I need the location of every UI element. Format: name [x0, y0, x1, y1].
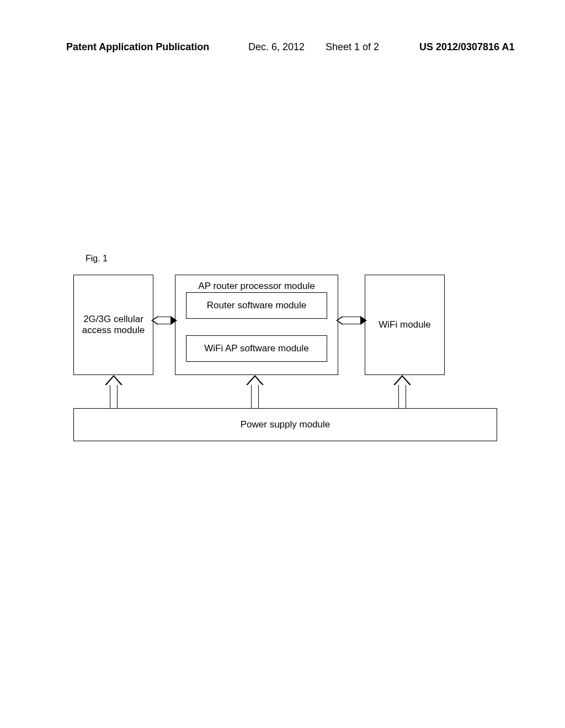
arrow-power-to-cellular-icon [106, 376, 121, 408]
power-supply-label: Power supply module [241, 419, 331, 430]
router-software-module-box: Router software module [186, 292, 327, 319]
arrow-power-to-aprouter-icon [248, 376, 262, 408]
cellular-access-module-box: 2G/3G cellular access module [73, 275, 153, 375]
router-software-label: Router software module [207, 300, 306, 311]
arrow-power-to-wifi-icon [395, 376, 409, 408]
ap-router-title: AP router processor module [175, 281, 338, 292]
publication-type: Patent Application Publication [66, 41, 209, 53]
document-number: US 2012/0307816 A1 [419, 41, 514, 53]
wifi-module-label: WiFi module [379, 319, 430, 330]
wifi-ap-software-module-box: WiFi AP software module [186, 335, 327, 362]
arrow-cellular-aprouter-icon [152, 317, 176, 323]
publication-date: Dec. 6, 2012 [248, 41, 305, 53]
sheet-indicator: Sheet 1 of 2 [326, 41, 379, 53]
cellular-access-module-label: 2G/3G cellular access module [77, 314, 150, 336]
power-supply-module-box: Power supply module [73, 408, 497, 441]
wifi-ap-software-label: WiFi AP software module [204, 343, 309, 354]
patent-page: Patent Application Publication Dec. 6, 2… [0, 0, 565, 728]
wifi-module-box: WiFi module [365, 275, 445, 375]
arrow-aprouter-wifi-icon [337, 317, 366, 323]
figure-label: Fig. 1 [86, 254, 108, 264]
